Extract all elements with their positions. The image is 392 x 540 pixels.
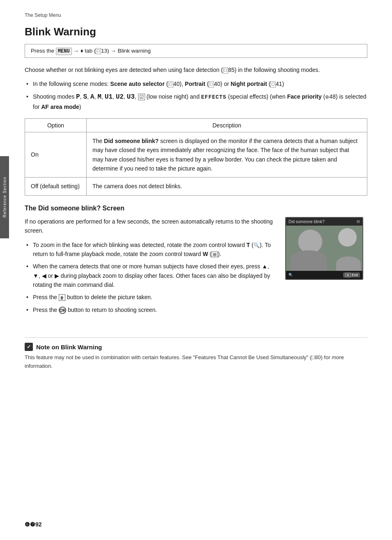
note-icon: ✓ bbox=[25, 343, 33, 351]
nav-tab: ♦ bbox=[81, 48, 83, 54]
screen-icon: ⊟ bbox=[357, 219, 360, 224]
page-title: Blink Warning bbox=[25, 25, 367, 38]
page-ref-box: □ bbox=[96, 48, 101, 54]
screen-zoom-icon: 🔍 bbox=[288, 273, 293, 277]
table-row: On The Did someone blink? screen is disp… bbox=[25, 132, 367, 178]
face-circle-small bbox=[338, 228, 357, 247]
exit-label: Exit bbox=[352, 273, 358, 277]
screen-exit-btn: ⊛ Exit bbox=[343, 272, 360, 277]
nav-text: Press the bbox=[31, 48, 54, 54]
section2-title: The Did someone blink? Screen bbox=[25, 205, 367, 212]
screen-header: Did someone blink? ⊟ bbox=[286, 218, 362, 226]
bullet-2: Shooting modes P, S, A, M, U1, U2, U3, ☑… bbox=[25, 92, 367, 112]
nav-arrow2: → bbox=[111, 48, 118, 54]
desc-on: The Did someone blink? screen is display… bbox=[87, 132, 367, 178]
screen-title: Did someone blink? bbox=[288, 219, 325, 224]
face-body-small bbox=[336, 256, 361, 271]
page-footer: ❻❼92 bbox=[0, 521, 392, 528]
nav-arrow1: → bbox=[73, 48, 80, 54]
camera-screen: Did someone blink? ⊟ 🔍 ⊛ Exit bbox=[285, 217, 363, 280]
s2-bullet-3: Press the 🗑 button to delete the picture… bbox=[25, 293, 275, 302]
intro-paragraph: Choose whether or not blinking eyes are … bbox=[25, 65, 367, 74]
s2-bullet-2: When the camera detects that one or more… bbox=[25, 262, 275, 289]
note-box: ✓ Note on Blink Warning This feature may… bbox=[25, 337, 367, 371]
page-number: ❻❼92 bbox=[25, 521, 42, 528]
section2-bullets: To zoom in the face for which blinking w… bbox=[25, 240, 275, 315]
two-col-section: If no operations are performed for a few… bbox=[25, 217, 367, 321]
camera-screen-container: Did someone blink? ⊟ 🔍 ⊛ Exit bbox=[285, 217, 367, 321]
table-col2-header: Description bbox=[87, 118, 367, 132]
intro-bullets: In the following scene modes: Scene auto… bbox=[25, 79, 367, 111]
screen-footer: 🔍 ⊛ Exit bbox=[286, 271, 362, 279]
note-header: ✓ Note on Blink Warning bbox=[25, 343, 367, 351]
note-label: Note on Blink Warning bbox=[36, 344, 102, 351]
note-text: This feature may not be used in combinat… bbox=[25, 353, 367, 371]
section2-intro: If no operations are performed for a few… bbox=[25, 217, 275, 235]
face-body-big bbox=[290, 250, 327, 271]
table-col1-header: Option bbox=[25, 118, 87, 132]
nav-instruction: Press the MENU → ♦ tab (□13) → Blink war… bbox=[25, 44, 367, 58]
ok-indicator: ⊛ bbox=[345, 273, 350, 277]
page-num-digits: 92 bbox=[35, 521, 42, 528]
section2-content: If no operations are performed for a few… bbox=[25, 217, 275, 321]
nav-tab-label: tab bbox=[85, 48, 94, 54]
option-on: On bbox=[25, 132, 87, 178]
menu-key: MENU bbox=[56, 48, 72, 55]
or-text: or bbox=[48, 272, 53, 279]
s2-bullet-1: To zoom in the face for which blinking w… bbox=[25, 240, 275, 259]
table-row: Off (default setting) The camera does no… bbox=[25, 178, 367, 195]
options-table: Option Description On The Did someone bl… bbox=[25, 118, 367, 196]
bullet-1: In the following scene modes: Scene auto… bbox=[25, 79, 367, 88]
s2-bullet-4: Press the OK button to return to shootin… bbox=[25, 305, 275, 314]
nav-destination: Blink warning bbox=[118, 48, 150, 54]
option-off: Off (default setting) bbox=[25, 178, 87, 195]
desc-off: The camera does not detect blinks. bbox=[87, 178, 367, 195]
side-tab: Reference Section bbox=[0, 156, 9, 238]
screen-body bbox=[286, 226, 362, 271]
breadcrumb: The Setup Menu bbox=[25, 12, 367, 18]
side-tab-label: Reference Section bbox=[2, 177, 7, 217]
